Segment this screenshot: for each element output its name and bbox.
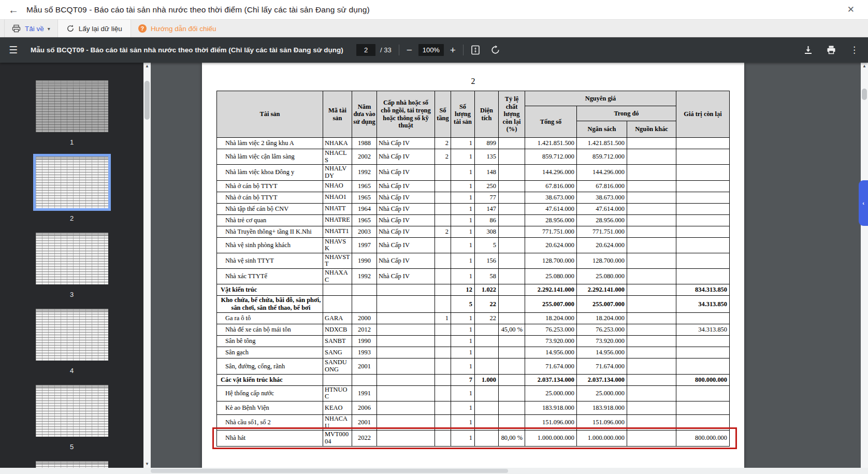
thumbnail-image[interactable] [36, 309, 108, 361]
toolbar-right-icons: ⋮ [804, 45, 859, 55]
main-scrollbar[interactable]: ▲ [861, 63, 868, 468]
download-button[interactable]: Tải về ▾ [4, 20, 58, 37]
cell-floors [435, 237, 451, 253]
cell-code: NDXCB [323, 324, 352, 336]
cell-grade: Nhà Cấp IV [377, 149, 435, 165]
thumbnail-page-5[interactable]: 5 [0, 385, 143, 451]
cell-qty: 1 [451, 149, 474, 165]
thumbnail-label: 3 [0, 291, 143, 298]
zoom-out-icon[interactable]: − [407, 45, 412, 56]
cell-year: 1965 [352, 192, 377, 203]
thumbnail-image[interactable] [36, 156, 108, 208]
cell-name: Nhà cầu số1, số 2 [216, 414, 323, 430]
close-icon[interactable]: ✕ [847, 4, 855, 15]
thumbnail-image[interactable] [36, 461, 108, 468]
chevron-down-icon: ▾ [48, 26, 50, 32]
table-row: Nhà làm việc cận lâm sàngNHACLS2002Nhà C… [216, 149, 729, 165]
thumbnail-page-3[interactable]: 3 [0, 233, 143, 298]
cell-total: 20.624.000 [525, 237, 576, 253]
cell-qty: 1 [451, 430, 474, 446]
cell-remaining [676, 336, 730, 347]
horizontal-scrollbar-thumb[interactable] [151, 469, 508, 473]
cell-area: 148 [474, 165, 498, 180]
zoom-level-input[interactable]: 100% [418, 44, 444, 56]
cell-floors [435, 401, 451, 414]
collapse-panel-tab[interactable]: ‹ [859, 180, 868, 226]
scroll-up-icon[interactable]: ▲ [143, 63, 151, 70]
cell-other [627, 253, 676, 268]
cell-floors [435, 336, 451, 347]
pdf-canvas: 2 Tài sản Mã tài sản Năm đưa vào sử dụng… [151, 63, 861, 468]
cell-floors [435, 165, 451, 180]
cell-remaining [676, 226, 730, 237]
rotate-icon[interactable] [490, 45, 500, 55]
cell-grade: Nhà Cấp IV [377, 203, 435, 214]
cell-quality [498, 284, 525, 296]
cell-code: NHATRE [323, 214, 352, 226]
cell-total: 25.080.000 [525, 269, 576, 284]
cell-quality [498, 347, 525, 358]
cell-grade [377, 324, 435, 336]
print-icon[interactable] [827, 46, 836, 54]
table-row: Sân bê tôngSANBT1990173.920.00073.920.00… [216, 336, 729, 347]
fit-page-icon[interactable] [471, 45, 480, 55]
menu-icon[interactable]: ☰ [9, 44, 18, 56]
page-number-input[interactable]: 2 [356, 44, 375, 56]
cell-year [352, 374, 377, 385]
table-row: Ga ra ô tôGARA2000112218.204.00018.204.0… [216, 313, 729, 324]
guide-link[interactable]: ? Hướng dẫn đối chiếu [131, 20, 224, 37]
cell-grade [377, 347, 435, 358]
cell-total: 67.816.000 [525, 180, 576, 192]
cell-area [474, 336, 498, 347]
zoom-in-icon[interactable]: + [450, 45, 456, 56]
cell-area [474, 347, 498, 358]
cell-budget: 73.920.000 [576, 336, 627, 347]
cell-name: Nhà ở cán bộ TTYT [216, 192, 323, 203]
chevron-left-icon: ‹ [862, 200, 864, 206]
thumbnail-label: 2 [0, 214, 143, 222]
sidebar-scrollbar[interactable]: ▲ ▼ [143, 63, 151, 468]
more-options-icon[interactable]: ⋮ [850, 45, 859, 55]
thumbnail-page-1[interactable]: 1 [0, 80, 143, 146]
cell-quality [498, 237, 525, 253]
thumbnail-page-2[interactable]: 2 [0, 156, 143, 222]
download-icon[interactable] [804, 46, 813, 54]
cell-floors: 2 [435, 226, 451, 237]
cell-other [627, 214, 676, 226]
cell-code: MVT00004 [323, 430, 352, 446]
cell-grade [377, 385, 435, 401]
cell-remaining [676, 138, 730, 149]
cell-other [627, 336, 676, 347]
reload-data-button[interactable]: Lấy lại dữ liệu [58, 20, 131, 37]
thumbnail-image[interactable] [36, 80, 108, 132]
cell-remaining: 34.313.850 [676, 296, 730, 313]
sidebar-scrollbar-thumb[interactable] [144, 81, 150, 120]
thumbnail-image[interactable] [36, 385, 108, 437]
cell-grade [377, 401, 435, 414]
thumbnail-image[interactable] [36, 233, 108, 284]
main-scrollbar-thumb[interactable] [862, 89, 867, 100]
cell-other [627, 385, 676, 401]
cell-remaining [676, 165, 730, 180]
horizontal-scrollbar[interactable] [0, 468, 868, 474]
cell-area [474, 414, 498, 430]
cell-name: Các vật kiến trúc khác [216, 374, 323, 385]
cell-floors: 1 [435, 313, 451, 324]
thumbnail-page-4[interactable]: 4 [0, 309, 143, 375]
cell-grade: Nhà Cấp IV [377, 253, 435, 268]
cell-area: 22 [474, 313, 498, 324]
cell-budget: 859.712.000 [576, 149, 627, 165]
cell-name: Sân bê tông [216, 336, 323, 347]
scroll-up-icon[interactable]: ▲ [861, 63, 868, 70]
download-label: Tải về [25, 25, 44, 33]
scroll-down-icon[interactable]: ▼ [143, 461, 151, 468]
thumbnail-label: 1 [0, 138, 143, 146]
table-row: Nhà vệ sinh phòng kháchNHAVSK1997Nhà Cấp… [216, 237, 729, 253]
cell-area [474, 324, 498, 336]
cell-budget: 20.624.000 [576, 237, 627, 253]
back-arrow-icon[interactable]: ← [8, 5, 19, 15]
cell-area: 308 [474, 226, 498, 237]
cell-area: 22 [474, 296, 498, 313]
thumbnail-page-6[interactable]: 6 [0, 461, 143, 468]
cell-budget: 38.673.000 [576, 192, 627, 203]
